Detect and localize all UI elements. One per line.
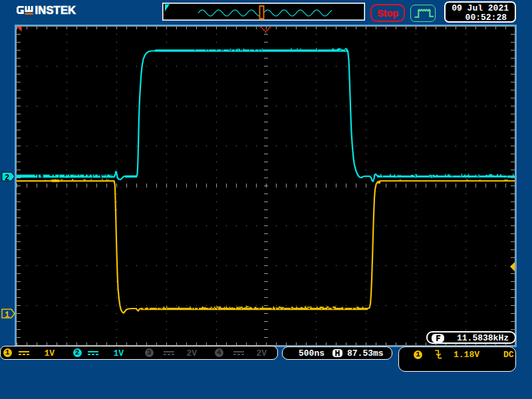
- svg-text:2: 2: [5, 174, 9, 183]
- svg-text:1: 1: [5, 311, 9, 320]
